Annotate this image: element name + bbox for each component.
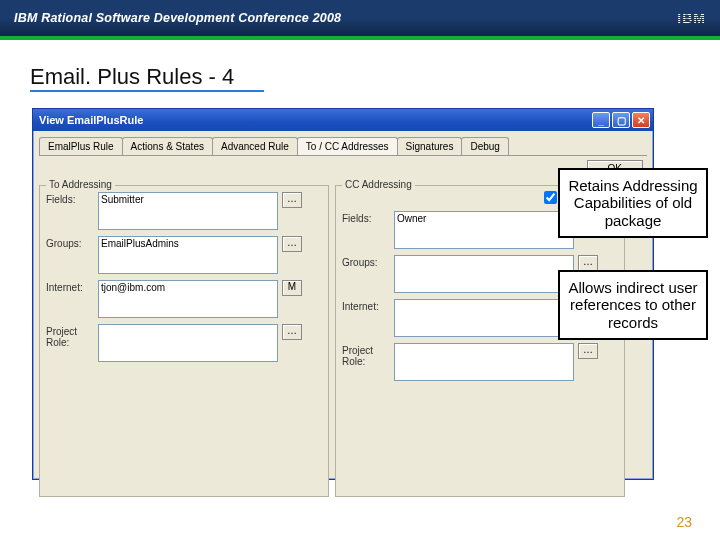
cc-internet-label: Internet: — [342, 299, 390, 312]
to-fields-list[interactable]: Submitter — [98, 192, 278, 230]
ibm-logo: IBM — [677, 10, 706, 26]
group-cc-legend: CC Addressing — [342, 179, 415, 190]
to-internet-edit-button[interactable]: M — [282, 280, 302, 296]
maximize-button[interactable]: ▢ — [612, 112, 630, 128]
minimize-button[interactable]: _ — [592, 112, 610, 128]
cc-groups-label: Groups: — [342, 255, 390, 268]
to-fields-label: Fields: — [46, 192, 94, 205]
tab-advanced-rule[interactable]: Advanced Rule — [212, 137, 298, 155]
cc-projectrole-list[interactable] — [394, 343, 574, 381]
to-groups-browse-button[interactable]: … — [282, 236, 302, 252]
tab-to-cc-addresses[interactable]: To / CC Addresses — [297, 137, 398, 155]
to-fields-browse-button[interactable]: … — [282, 192, 302, 208]
slide-title: Email. Plus Rules - 4 — [30, 64, 264, 92]
cc-projectrole-label: Project Role: — [342, 343, 390, 367]
to-groups-list[interactable]: EmailPlusAdmins — [98, 236, 278, 274]
tab-strip: EmalPlus Rule Actions & States Advanced … — [33, 131, 653, 155]
tab-debug[interactable]: Debug — [461, 137, 508, 155]
to-internet-label: Internet: — [46, 280, 94, 293]
tab-signatures[interactable]: Signatures — [397, 137, 463, 155]
to-projectrole-list[interactable] — [98, 324, 278, 362]
cc-groups-list[interactable] — [394, 255, 574, 293]
cc-fields-label: Fields: — [342, 211, 390, 224]
cc-actioner-checkbox[interactable] — [544, 191, 557, 204]
group-to-legend: To Addressing — [46, 179, 115, 190]
page-number: 23 — [676, 514, 692, 530]
window-title: View EmailPlusRule — [39, 114, 143, 126]
cc-internet-list[interactable] — [394, 299, 574, 337]
panel-area: To Addressing Fields: Submitter … Groups… — [39, 179, 647, 501]
cc-projectrole-browse-button[interactable]: … — [578, 343, 598, 359]
window-titlebar[interactable]: View EmailPlusRule _ ▢ ✕ — [33, 109, 653, 131]
cc-groups-browse-button[interactable]: … — [578, 255, 598, 271]
to-projectrole-label: Project Role: — [46, 324, 94, 348]
brand-text: IBM Rational Software Development Confer… — [14, 11, 341, 25]
callout-indirect-references: Allows indirect user references to other… — [558, 270, 708, 340]
to-projectrole-browse-button[interactable]: … — [282, 324, 302, 340]
group-to-addressing: To Addressing Fields: Submitter … Groups… — [39, 185, 329, 497]
brand-bar: IBM Rational Software Development Confer… — [0, 0, 720, 40]
tab-actions-states[interactable]: Actions & States — [122, 137, 213, 155]
to-groups-label: Groups: — [46, 236, 94, 249]
callout-retains-addressing: Retains Addressing Capabilities of old p… — [558, 168, 708, 238]
to-internet-list[interactable]: tjon@ibm.com — [98, 280, 278, 318]
close-button[interactable]: ✕ — [632, 112, 650, 128]
cc-fields-list[interactable]: Owner — [394, 211, 574, 249]
tab-emailplus-rule[interactable]: EmalPlus Rule — [39, 137, 123, 155]
